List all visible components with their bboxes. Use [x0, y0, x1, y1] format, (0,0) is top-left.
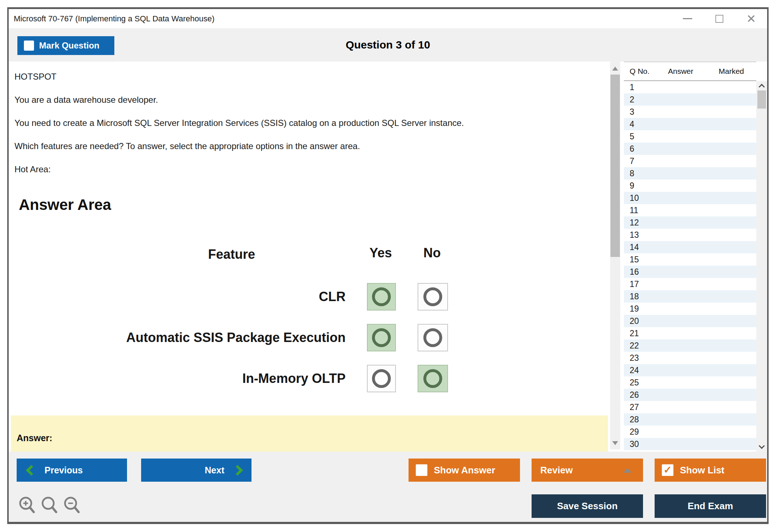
- question-number-cell: 7: [624, 156, 661, 166]
- question-row[interactable]: 15: [624, 253, 756, 266]
- question-row[interactable]: 3: [624, 106, 756, 118]
- question-row[interactable]: 4: [624, 118, 756, 130]
- radio-yes-option[interactable]: [367, 324, 396, 351]
- feature-column-header: Feature: [208, 247, 255, 262]
- question-row[interactable]: 7: [624, 155, 756, 167]
- question-number-cell: 4: [624, 119, 661, 129]
- question-paragraph: You need to create a Microsoft SQL Serve…: [14, 118, 601, 128]
- question-number-cell: 21: [624, 329, 661, 338]
- maximize-icon: [715, 15, 723, 23]
- question-row[interactable]: 30: [624, 438, 756, 450]
- question-number-cell: 12: [624, 218, 661, 228]
- question-row[interactable]: 11: [624, 204, 756, 216]
- show-answer-button[interactable]: Show Answer: [409, 459, 520, 482]
- question-row[interactable]: 25: [624, 376, 756, 389]
- question-number-cell: 20: [624, 316, 661, 326]
- mark-question-checkbox[interactable]: [24, 41, 34, 51]
- question-row[interactable]: 8: [624, 167, 756, 180]
- list-scrollbar-thumb[interactable]: [757, 90, 766, 109]
- mark-question-button[interactable]: Mark Question: [17, 36, 114, 55]
- next-label: Next: [205, 465, 224, 476]
- next-button[interactable]: Next: [141, 459, 251, 482]
- radio-ring-icon: [372, 369, 391, 388]
- scroll-down-arrow-icon[interactable]: [612, 441, 618, 445]
- list-scroll-down-icon[interactable]: [759, 443, 765, 449]
- question-row[interactable]: 17: [624, 278, 756, 290]
- radio-no-option[interactable]: [418, 324, 448, 351]
- main-scrollbar-thumb[interactable]: [610, 75, 620, 257]
- show-answer-checkbox[interactable]: [416, 464, 427, 476]
- question-row[interactable]: 5: [624, 130, 756, 143]
- window-controls: ✕: [682, 9, 757, 28]
- radio-yes-option[interactable]: [367, 365, 396, 392]
- question-row[interactable]: 18: [624, 290, 756, 303]
- main-scrollbar[interactable]: [610, 62, 620, 449]
- answer-area-title: Answer Area: [19, 196, 111, 214]
- question-list-header: Q No. Answer Marked: [624, 62, 756, 81]
- question-row[interactable]: 14: [624, 241, 756, 253]
- review-button[interactable]: Review: [532, 459, 643, 482]
- show-answer-label: Show Answer: [434, 465, 495, 476]
- yes-column-header: Yes: [369, 245, 392, 261]
- exam-app-window: Microsoft 70-767 (Implementing a SQL Dat…: [0, 0, 778, 532]
- zoom-in-button[interactable]: [18, 496, 35, 515]
- question-row[interactable]: 10: [624, 192, 756, 204]
- list-scroll-up-icon[interactable]: [759, 84, 765, 90]
- question-number-cell: 6: [624, 144, 661, 154]
- question-row[interactable]: 13: [624, 229, 756, 241]
- question-row[interactable]: 23: [624, 352, 756, 364]
- question-row[interactable]: 9: [624, 180, 756, 192]
- question-paragraph: Which features are needed? To answer, se…: [14, 141, 601, 151]
- question-row[interactable]: 19: [624, 303, 756, 315]
- question-list-panel: Q No. Answer Marked 12345678910111213141…: [624, 62, 767, 452]
- question-number-cell: 13: [624, 230, 661, 240]
- chevron-left-icon: [26, 465, 37, 476]
- question-row[interactable]: 16: [624, 266, 756, 278]
- question-row[interactable]: 28: [624, 413, 756, 426]
- question-number-cell: 27: [624, 402, 661, 412]
- question-row[interactable]: 29: [624, 426, 756, 438]
- question-row[interactable]: 1: [624, 81, 756, 93]
- radio-no-option[interactable]: [418, 283, 448, 311]
- zoom-out-button[interactable]: [63, 496, 80, 515]
- radio-ring-icon: [372, 328, 391, 347]
- question-number-cell: 3: [624, 107, 661, 117]
- question-row[interactable]: 12: [624, 216, 756, 229]
- question-row[interactable]: 26: [624, 389, 756, 401]
- feature-label: CLR: [9, 289, 346, 304]
- answer-row: CLR: [9, 283, 448, 311]
- zoom-reset-button[interactable]: [41, 496, 58, 515]
- column-header-qno: Q No.: [624, 67, 661, 76]
- answer-row: In-Memory OLTP: [9, 365, 448, 392]
- question-row[interactable]: 20: [624, 315, 756, 327]
- previous-button[interactable]: Previous: [17, 459, 127, 482]
- question-row[interactable]: 24: [624, 364, 756, 376]
- scroll-up-arrow-icon[interactable]: [612, 67, 618, 71]
- radio-yes-option[interactable]: [367, 283, 396, 311]
- previous-label: Previous: [45, 465, 83, 476]
- close-button[interactable]: ✕: [745, 12, 757, 26]
- question-number-cell: 1: [624, 83, 661, 92]
- list-scrollbar[interactable]: [756, 81, 767, 452]
- radio-no-option[interactable]: [418, 365, 448, 392]
- maximize-button[interactable]: [714, 12, 725, 26]
- question-number-cell: 15: [624, 255, 661, 265]
- show-list-button[interactable]: ✓ Show List: [655, 459, 766, 482]
- zoom-in-icon: [18, 496, 35, 514]
- question-row[interactable]: 6: [624, 143, 756, 155]
- question-counter: Question 3 of 10: [346, 39, 430, 51]
- zoom-out-icon: [63, 496, 80, 514]
- question-row[interactable]: 27: [624, 401, 756, 413]
- question-number-cell: 5: [624, 132, 661, 142]
- radio-ring-icon: [423, 369, 442, 388]
- end-exam-button[interactable]: End Exam: [655, 494, 766, 518]
- show-list-checkbox[interactable]: ✓: [662, 464, 673, 476]
- question-row[interactable]: 22: [624, 339, 756, 352]
- answer-rows: CLRAutomatic SSIS Package ExecutionIn-Me…: [9, 283, 448, 406]
- question-row[interactable]: 21: [624, 327, 756, 339]
- question-row[interactable]: 2: [624, 93, 756, 106]
- save-session-button[interactable]: Save Session: [532, 494, 643, 518]
- question-number-cell: 9: [624, 181, 661, 191]
- answer-strip: Answer:: [11, 415, 608, 452]
- minimize-button[interactable]: [682, 12, 693, 26]
